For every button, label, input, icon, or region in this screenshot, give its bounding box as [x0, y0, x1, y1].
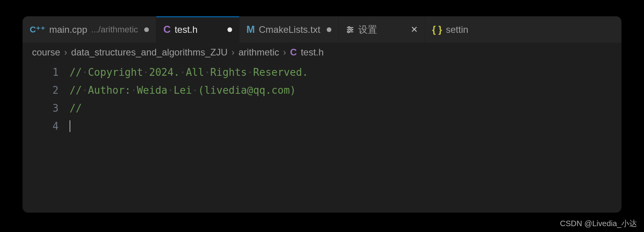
chevron-right-icon: ›: [283, 47, 286, 58]
cpp-file-icon: C⁺⁺: [30, 25, 45, 35]
dirty-indicator-icon: [327, 27, 331, 32]
tab-cmakelists[interactable]: M CmakeLists.txt: [240, 16, 339, 43]
line-number: 1: [23, 63, 59, 81]
breadcrumb-part[interactable]: arithmetic: [238, 47, 279, 58]
watermark: CSDN @Livedia_小达: [560, 218, 637, 229]
c-header-file-icon: C: [163, 23, 171, 36]
chevron-right-icon: ›: [64, 47, 67, 58]
chevron-right-icon: ›: [231, 47, 234, 58]
tab-settings[interactable]: 设置 ✕: [339, 16, 425, 43]
line-number: 2: [23, 81, 59, 99]
tab-desc: .../arithmetic: [91, 25, 138, 35]
svg-point-1: [348, 27, 350, 28]
breadcrumb-part[interactable]: data_structures_and_algorithms_ZJU: [71, 47, 227, 58]
tab-label: settin: [446, 24, 468, 35]
tab-test-h[interactable]: C test.h: [156, 16, 239, 43]
dirty-indicator-icon: [227, 27, 232, 32]
line-number-gutter: 1 2 3 4: [23, 63, 70, 135]
tab-bar: C⁺⁺ main.cpp .../arithmetic C test.h M C…: [23, 16, 621, 43]
text-cursor-icon: [70, 120, 70, 132]
code-line: //·Copyright·2024.·All·Rights·Reserved.: [70, 63, 621, 81]
tab-label: CmakeLists.txt: [259, 24, 320, 35]
line-number: 4: [23, 117, 59, 135]
cmake-file-icon: M: [247, 23, 255, 36]
code-line: [70, 117, 621, 135]
svg-point-3: [350, 29, 352, 30]
code-line: //: [70, 99, 621, 117]
editor-window: C⁺⁺ main.cpp .../arithmetic C test.h M C…: [23, 16, 621, 212]
c-header-file-icon: C: [290, 47, 297, 58]
tab-label: 设置: [358, 23, 377, 36]
tab-label: test.h: [175, 24, 198, 35]
breadcrumb-part[interactable]: course: [32, 47, 60, 58]
code-line: //·Author:·Weida·Lei·(livedia@qq.com): [70, 81, 621, 99]
settings-sliders-icon: [346, 25, 354, 34]
code-content[interactable]: //·Copyright·2024.·All·Rights·Reserved. …: [70, 63, 621, 135]
dirty-indicator-icon: [144, 27, 149, 32]
svg-point-5: [347, 31, 349, 32]
tab-settings-json[interactable]: { } settin: [425, 16, 476, 43]
tab-label: main.cpp: [49, 24, 87, 35]
json-braces-icon: { }: [432, 24, 442, 35]
breadcrumb[interactable]: course › data_structures_and_algorithms_…: [23, 43, 621, 61]
close-icon[interactable]: ✕: [411, 25, 418, 35]
tab-main-cpp[interactable]: C⁺⁺ main.cpp .../arithmetic: [23, 16, 156, 43]
code-editor[interactable]: 1 2 3 4 //·Copyright·2024.·All·Rights·Re…: [23, 61, 621, 135]
line-number: 3: [23, 99, 59, 117]
breadcrumb-file[interactable]: test.h: [301, 47, 324, 58]
